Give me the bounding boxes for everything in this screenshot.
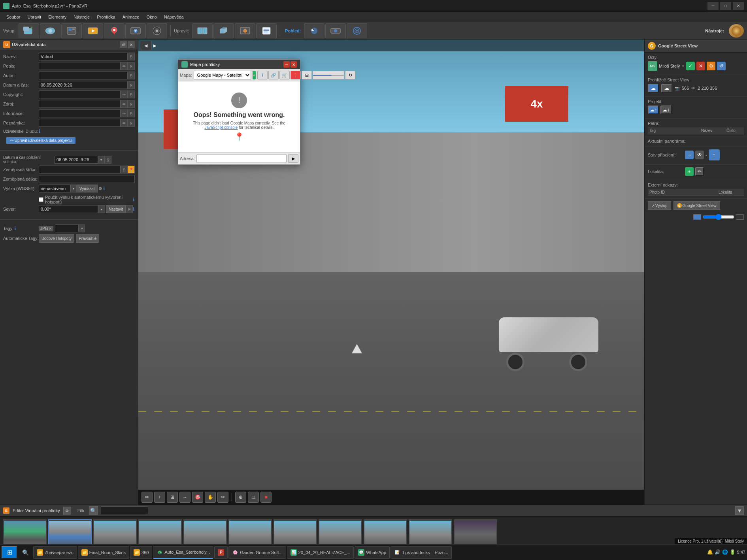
dialog-refresh-button[interactable]: ↻: [345, 71, 355, 79]
dialog-expand-button[interactable]: ⊞: [302, 71, 312, 79]
editor-collapse-button[interactable]: ▼: [735, 506, 744, 515]
panel-reset-button[interactable]: ↺: [120, 41, 127, 48]
stav-connect-button[interactable]: →: [685, 151, 694, 159]
pano-tool-plus[interactable]: +: [154, 492, 165, 503]
editor-settings-button[interactable]: ⚙: [63, 507, 71, 515]
lokalita-add-button[interactable]: +: [685, 167, 694, 176]
pano-tool-move[interactable]: ✋: [205, 492, 216, 503]
zem-sirka-copy-icon[interactable]: ⎘: [121, 166, 128, 173]
sever-input[interactable]: [39, 205, 98, 213]
adresa-input[interactable]: [196, 155, 287, 162]
datum-copy-icon[interactable]: ⎘: [128, 81, 135, 89]
pano-tool-grid[interactable]: ⊞: [167, 492, 178, 503]
account-sync-button[interactable]: ↺: [717, 62, 726, 70]
vyska-info-icon[interactable]: ℹ: [103, 186, 105, 191]
stav-upload-button[interactable]: ↑: [709, 149, 720, 160]
dialog-shop-button[interactable]: 🛒: [279, 71, 290, 79]
pano-tool-square[interactable]: □: [248, 492, 259, 503]
pano-back-button[interactable]: ◀: [140, 41, 152, 50]
taskbar-zbav[interactable]: 📁 Zbavsepar ezu: [33, 546, 77, 559]
zem-delka-input[interactable]: [39, 175, 135, 183]
account-settings-button[interactable]: ⚙: [707, 62, 715, 70]
nastavit-button[interactable]: Nastavit: [106, 205, 126, 213]
panel-close-button[interactable]: ✕: [128, 41, 135, 48]
mapa-select[interactable]: Google Mapy - Satelitní: [194, 71, 251, 79]
popis-edit-icon[interactable]: ✏: [121, 62, 128, 70]
close-button[interactable]: ✕: [733, 2, 744, 10]
taskbar-excel[interactable]: 📊 20_04_20_REALIZACE_...: [287, 546, 354, 559]
pano-tool-crosshair[interactable]: ⊕: [235, 492, 246, 503]
popis-copy-icon[interactable]: ⎘: [128, 62, 135, 70]
taskbar-auto[interactable]: 🦚 Auto_Esa_Sterboholy...: [153, 546, 213, 559]
bodove-hotspoty-button[interactable]: Bodové Hotspoty: [39, 234, 74, 243]
projekt-download-button[interactable]: ☁↓: [660, 106, 672, 114]
video-button[interactable]: [147, 23, 167, 38]
tour-button[interactable]: [83, 23, 103, 38]
datum-snimku-input[interactable]: [55, 156, 98, 164]
informace-input[interactable]: [39, 109, 121, 117]
pouzit-vysku-checkbox[interactable]: [39, 197, 43, 202]
panorama-view[interactable]: 4x 4x ◀ ▶: [138, 40, 644, 505]
edit-cube-button[interactable]: [213, 23, 234, 38]
taskbar-final[interactable]: 📁 Final_Room_Skins: [78, 546, 129, 559]
nav-arrow[interactable]: [351, 343, 363, 356]
filter-input[interactable]: [101, 506, 148, 515]
live-view-button[interactable]: [347, 23, 367, 38]
informace-edit-icon[interactable]: ✏: [121, 109, 128, 117]
edit-equirect-button[interactable]: [192, 23, 213, 38]
pravouhle-button[interactable]: Pravoúhlé: [76, 234, 99, 243]
adresa-go-button[interactable]: ▶: [288, 154, 298, 163]
view-pano-button[interactable]: [40, 23, 60, 38]
account-x-button[interactable]: ✕: [696, 62, 705, 70]
tag-arrow[interactable]: ▼: [79, 224, 85, 232]
copyright-edit-icon[interactable]: ✏: [121, 91, 128, 98]
cloud-download-button[interactable]: ☁: [661, 84, 672, 92]
output-button[interactable]: [125, 23, 146, 38]
dialog-zoom-slider[interactable]: [313, 71, 344, 79]
menu-napoveda[interactable]: Nápověda: [161, 13, 187, 21]
pano-tool-red-square[interactable]: ■: [260, 492, 272, 503]
vyska-input[interactable]: [39, 185, 70, 192]
edit-hotspot-button[interactable]: [235, 23, 255, 38]
search-button[interactable]: 🔍: [18, 546, 32, 559]
dialog-min-button[interactable]: ─: [283, 61, 290, 68]
dialog-close-button[interactable]: ✕: [290, 61, 297, 68]
sever-arrow-icon[interactable]: ▲: [98, 205, 105, 213]
dialog-link-button[interactable]: 🔗: [268, 71, 279, 79]
pano-tool-target[interactable]: 🎯: [192, 492, 203, 503]
copyright-copy-icon[interactable]: ⎘: [128, 91, 135, 98]
nazev-copy-icon[interactable]: ⎘: [128, 53, 135, 60]
autor-copy-icon[interactable]: ⎘: [128, 72, 135, 79]
taskbar-gnome[interactable]: 🌸 Garden Gnome Soft...: [228, 546, 286, 559]
cloud-upload-button[interactable]: ☁: [648, 84, 659, 92]
taskbar-360[interactable]: 📁 360: [130, 546, 152, 559]
uzivid-info-icon[interactable]: ℹ: [39, 128, 41, 134]
datum-snimku-copy-icon[interactable]: ⎘: [104, 156, 111, 164]
pano-tool-arrow[interactable]: →: [179, 492, 191, 503]
pouzit-info-icon[interactable]: ℹ: [133, 197, 135, 202]
projekt-upload-button[interactable]: ☁↑: [648, 106, 659, 114]
gsv-btn[interactable]: G Google Street View: [673, 201, 720, 210]
copyright-input[interactable]: [39, 91, 121, 98]
preview-button[interactable]: [304, 23, 324, 38]
zem-sirka-input[interactable]: [39, 166, 121, 173]
autor-input[interactable]: [39, 72, 128, 79]
zdroj-input[interactable]: [39, 100, 121, 108]
pano-tool-cut[interactable]: ✂: [217, 492, 228, 503]
taskbar-whatsapp[interactable]: 💬 WhatsApp: [355, 546, 390, 559]
sever-info-icon[interactable]: ℹ: [133, 206, 135, 212]
menu-animace[interactable]: Animace: [119, 13, 143, 21]
vymazat-button[interactable]: Vymazat: [77, 185, 98, 192]
sever-copy-icon[interactable]: ⎘: [126, 205, 133, 213]
dialog-info-button[interactable]: i: [257, 71, 268, 79]
menu-upravit[interactable]: Upravit: [24, 13, 44, 21]
maximize-button[interactable]: □: [720, 2, 731, 10]
minimize-button[interactable]: ─: [707, 2, 719, 10]
tagy-info-icon[interactable]: ℹ: [14, 226, 16, 231]
vyska-arrow[interactable]: ▼: [70, 185, 77, 192]
menu-okno[interactable]: Okno: [143, 13, 160, 21]
zem-sirka-map-icon[interactable]: 📍: [128, 166, 135, 173]
menu-prohlidka[interactable]: Prohlídka: [94, 13, 118, 21]
zdroj-edit-icon[interactable]: ✏: [121, 100, 128, 108]
location-button[interactable]: [104, 23, 124, 38]
